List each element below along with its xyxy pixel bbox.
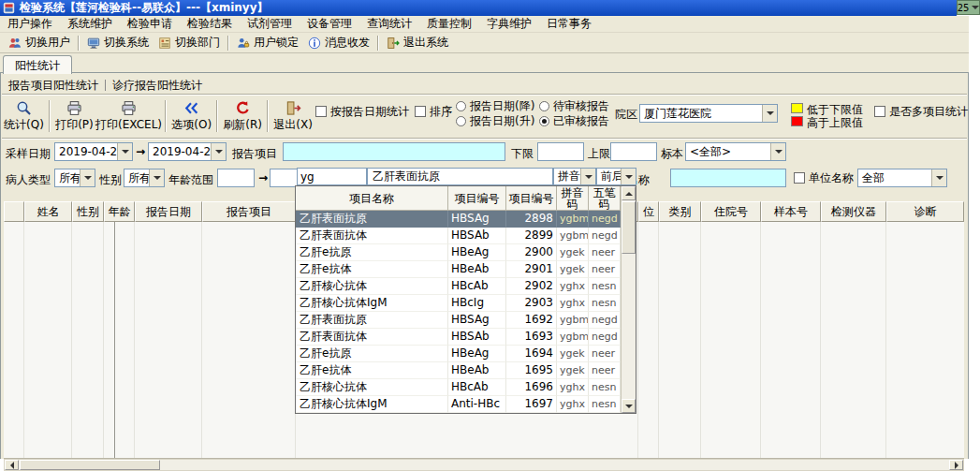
match-position-value: 前后 bbox=[597, 169, 621, 184]
menu-item-1[interactable]: 系统维护 bbox=[60, 14, 120, 34]
action-button-4[interactable]: 刷新(R) bbox=[221, 97, 264, 135]
menu-item-3[interactable]: 检验结果 bbox=[180, 14, 240, 34]
toolbar-item-1[interactable]: 切换系统 bbox=[82, 34, 154, 52]
checkbox-sort[interactable]: 排序 bbox=[415, 105, 452, 118]
age-from-input[interactable] bbox=[217, 169, 255, 187]
menu-item-9[interactable]: 日常事务 bbox=[539, 14, 599, 34]
date-from-picker[interactable]: 2019-04-25 bbox=[54, 142, 133, 161]
patient-type-select[interactable]: 所有 bbox=[54, 169, 95, 187]
dropdown-row[interactable]: 乙肝核心抗体IgMAnti-HBc1697yghxnesn bbox=[296, 396, 636, 413]
col-header-检测仪器[interactable]: 检测仪器 bbox=[821, 201, 886, 222]
name-input[interactable] bbox=[670, 169, 786, 187]
col-header-位[interactable]: 位 bbox=[638, 201, 659, 222]
toolbar-item-0[interactable]: 切换用户 bbox=[4, 34, 75, 52]
checkbox-box bbox=[315, 106, 327, 117]
item-list-rows: 乙肝表面抗原HBSAg2898ygbmnegd乙肝表面抗体HBSAb2899yg… bbox=[296, 211, 636, 413]
toolbar-item-2[interactable]: 切换部门 bbox=[154, 34, 225, 52]
zoom-badge[interactable]: 25 bbox=[957, 0, 980, 15]
scrollbar-thumb[interactable] bbox=[20, 460, 160, 470]
col-header-报告日期[interactable]: 报告日期 bbox=[135, 201, 202, 222]
dropdown-cell: HBcAb bbox=[448, 278, 506, 295]
date-to-picker[interactable]: 2019-04-25 bbox=[148, 142, 227, 161]
dropdown-scrollbar[interactable] bbox=[621, 186, 636, 413]
menu-item-2[interactable]: 检验申请 bbox=[120, 14, 180, 34]
col-header-年龄[interactable]: 年龄 bbox=[104, 201, 135, 222]
toolbar-item-5[interactable]: 退出系统 bbox=[382, 34, 453, 52]
scrollbar-track[interactable] bbox=[160, 460, 949, 470]
user-lock-icon bbox=[237, 37, 250, 50]
checkbox-unit-name[interactable]: 单位名称 bbox=[794, 171, 854, 184]
campus-select[interactable]: 厦门莲花医院 bbox=[639, 104, 778, 123]
dropdown-row[interactable]: 乙肝e抗体HBeAb1695ygekneer bbox=[296, 362, 636, 379]
dropdown-cell: yghx bbox=[557, 396, 589, 413]
col-header-样本号[interactable]: 样本号 bbox=[761, 201, 821, 222]
toolbar-item-3[interactable]: 用户锁定 bbox=[232, 34, 303, 52]
dropdown-row[interactable]: 乙肝表面抗体HBSAb2899ygbmnegd bbox=[296, 228, 636, 244]
sub-tab-0[interactable]: 报告项目阳性统计 bbox=[4, 76, 103, 96]
dropdown-cell: 乙肝表面抗体 bbox=[296, 329, 448, 346]
radio-report-date-asc[interactable]: 报告日期(升) bbox=[456, 114, 534, 127]
scroll-left-button[interactable] bbox=[5, 460, 19, 470]
horizontal-scrollbar[interactable] bbox=[4, 459, 964, 471]
toolbar-item-4[interactable]: 消息收发 bbox=[303, 34, 374, 52]
sub-tab-1[interactable]: 诊疗报告阳性统计 bbox=[108, 76, 207, 96]
col-header-诊断[interactable]: 诊断 bbox=[886, 201, 964, 222]
checkbox-multi-item-stats[interactable]: 是否多项目统计 bbox=[874, 105, 968, 118]
gender-select[interactable]: 所有 bbox=[124, 169, 165, 187]
col-header-blank-0[interactable] bbox=[4, 201, 24, 222]
col-header-报告项目[interactable]: 报告项目 bbox=[202, 201, 296, 222]
action-button-1[interactable]: 打印(P) bbox=[53, 97, 95, 135]
dropdown-row[interactable]: 乙肝表面抗原HBSAg1692ygbmnegd bbox=[296, 312, 636, 329]
menu-item-4[interactable]: 试剂管理 bbox=[240, 14, 300, 34]
col-header-性别[interactable]: 性别 bbox=[72, 201, 104, 222]
action-button-5[interactable]: 退出(X) bbox=[271, 97, 314, 135]
dropdown-row[interactable]: 乙肝核心抗体HBcAb2902yghxnesn bbox=[296, 278, 636, 295]
col-header-姓名[interactable]: 姓名 bbox=[24, 201, 72, 222]
radio-report-date-desc[interactable]: 报告日期(降) bbox=[456, 99, 534, 112]
date-from-value: 2019-04-25 bbox=[55, 145, 117, 158]
action-button-0[interactable]: 统计(Q) bbox=[2, 97, 46, 135]
scroll-right-button[interactable] bbox=[949, 460, 963, 470]
dropdown-row[interactable]: 乙肝表面抗原HBSAg2898ygbmnegd bbox=[296, 211, 636, 228]
dropdown-row[interactable]: 乙肝表面抗体HBSAb1693ygbmnegd bbox=[296, 329, 636, 346]
menu-item-0[interactable]: 用户操作 bbox=[0, 14, 60, 34]
scrollbar-thumb[interactable] bbox=[622, 201, 636, 254]
radio-audited-reports[interactable]: 已审核报告 bbox=[539, 114, 609, 127]
action-button-3[interactable]: 选项(O) bbox=[169, 97, 213, 135]
search-mode-select[interactable]: 拼音 bbox=[553, 168, 596, 185]
toolbar-item-label: 切换部门 bbox=[175, 35, 220, 51]
dropdown-cell: ygek bbox=[557, 261, 589, 278]
checkbox-by-report-date[interactable]: 按报告日期统计 bbox=[315, 105, 409, 118]
dropdown-row[interactable]: 乙肝核心抗体IgMHBcIg2903yghxnesn bbox=[296, 295, 636, 312]
lower-limit-input[interactable] bbox=[537, 142, 584, 161]
specimen-select[interactable]: <全部> bbox=[685, 142, 786, 161]
scroll-down-button[interactable] bbox=[622, 399, 636, 413]
menu-item-8[interactable]: 字典维护 bbox=[479, 14, 539, 34]
tab-positive-stats[interactable]: 阳性统计 bbox=[3, 55, 72, 74]
dropdown-row[interactable]: 乙肝e抗原HBeAg2900ygekneer bbox=[296, 244, 636, 261]
match-position-select[interactable]: 前后 bbox=[596, 168, 636, 185]
sub-tab-bar: 报告项目阳性统计诊疗报告阳性统计 bbox=[4, 77, 207, 94]
menu-item-6[interactable]: 查询统计 bbox=[359, 14, 419, 34]
menu-item-7[interactable]: 质量控制 bbox=[419, 14, 479, 34]
report-item-input[interactable] bbox=[283, 142, 505, 161]
checkbox-box bbox=[415, 106, 426, 117]
action-button-label: 统计(Q) bbox=[4, 117, 44, 133]
unit-select[interactable]: 全部 bbox=[857, 169, 947, 187]
dropdown-row[interactable]: 乙肝核心抗体HBcAb1696yghxnesn bbox=[296, 379, 636, 396]
scroll-up-button[interactable] bbox=[622, 186, 636, 200]
upper-limit-input[interactable] bbox=[610, 142, 657, 161]
col-header-类别[interactable]: 类别 bbox=[659, 201, 701, 222]
dropdown-cell: 1692 bbox=[506, 312, 557, 329]
radio-pending-reports[interactable]: 待审核报告 bbox=[539, 99, 609, 112]
divider bbox=[2, 138, 967, 140]
pinyin-query-input[interactable] bbox=[297, 168, 367, 185]
col-header-住院号[interactable]: 住院号 bbox=[701, 201, 761, 222]
dropdown-row[interactable]: 乙肝e抗原HBeAg1694ygekneer bbox=[296, 346, 636, 362]
chevron-down-icon bbox=[149, 169, 164, 186]
action-button-2[interactable]: 打印(EXCEL) bbox=[95, 97, 162, 135]
legend-high-swatch bbox=[791, 116, 803, 126]
dropdown-cell: 乙肝核心抗体IgM bbox=[296, 295, 448, 312]
dropdown-row[interactable]: 乙肝e抗体HBeAb2901ygekneer bbox=[296, 261, 636, 278]
menu-item-5[interactable]: 设备管理 bbox=[300, 14, 359, 34]
